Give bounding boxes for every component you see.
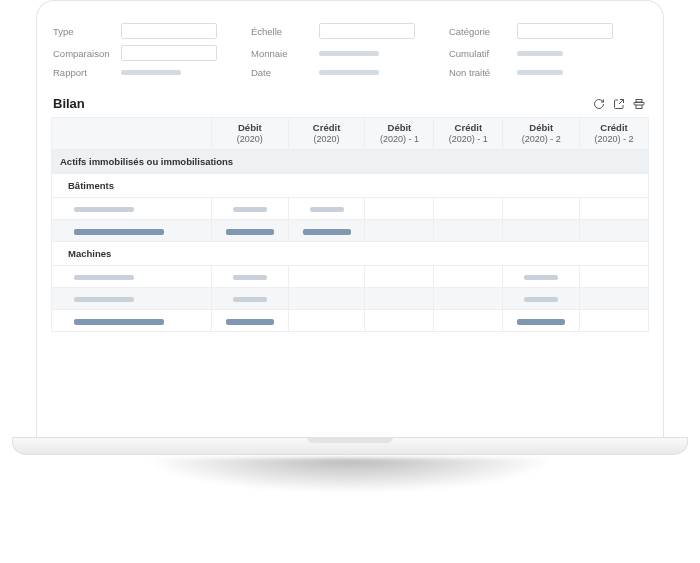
table-row [52,220,649,242]
filter-panel: Type Échelle Catégorie Comparaison [51,19,649,94]
cell-value-placeholder [524,297,558,302]
filter-label-type: Type [53,26,121,37]
filter-value-date [319,70,379,75]
group-row-machines[interactable]: Machines [52,242,649,266]
print-icon[interactable] [633,98,645,110]
svg-rect-0 [636,99,642,102]
filter-input-type[interactable] [121,23,217,39]
export-icon[interactable] [613,98,625,110]
cell-value-placeholder [303,229,351,235]
filter-value-monnaie [319,51,379,56]
cell-value-placeholder [233,275,267,280]
table-row [52,266,649,288]
row-label-placeholder [74,275,134,280]
row-label-placeholder [74,207,134,212]
filter-label-categorie: Catégorie [449,26,517,37]
col-credit-2020-1: Crédit(2020) - 1 [434,118,503,150]
col-credit-2020: Crédit(2020) [288,118,365,150]
filter-value-cumulatif [517,51,563,56]
cell-value-placeholder [226,229,274,235]
filter-label-nontraite: Non traité [449,67,517,78]
laptop-shadow [60,458,640,548]
cell-value-placeholder [517,319,565,325]
col-label [52,118,212,150]
table-row [52,288,649,310]
filter-input-echelle[interactable] [319,23,415,39]
group-row-batiments[interactable]: Bâtiments [52,174,649,198]
filter-label-date: Date [251,67,319,78]
filter-input-categorie[interactable] [517,23,613,39]
table-row [52,198,649,220]
table-row [52,310,649,332]
refresh-icon[interactable] [593,98,605,110]
filter-label-echelle: Échelle [251,26,319,37]
row-label-placeholder [74,229,164,235]
filter-value-nontraite [517,70,563,75]
filter-label-rapport: Rapport [53,67,121,78]
svg-rect-1 [636,105,642,109]
cell-value-placeholder [233,207,267,212]
balance-table: Débit(2020) Crédit(2020) Débit(2020) - 1… [51,117,649,332]
col-debit-2020: Débit(2020) [212,118,289,150]
table-header-row: Débit(2020) Crédit(2020) Débit(2020) - 1… [52,118,649,150]
action-bar [593,98,645,110]
filter-input-comparaison[interactable] [121,45,217,61]
col-debit-2020-1: Débit(2020) - 1 [365,118,434,150]
filter-label-comparaison: Comparaison [53,48,121,59]
col-credit-2020-2: Crédit(2020) - 2 [580,118,649,150]
cell-value-placeholder [226,319,274,325]
row-label-placeholder [74,297,134,302]
page-title: Bilan [53,96,593,111]
cell-value-placeholder [233,297,267,302]
laptop-notch [307,437,393,443]
filter-label-monnaie: Monnaie [251,48,319,59]
filter-value-rapport [121,70,181,75]
col-debit-2020-2: Débit(2020) - 2 [503,118,580,150]
cell-value-placeholder [524,275,558,280]
row-label-placeholder [74,319,164,325]
section-row-actifs: Actifs immobilisés ou immobilisations [52,150,649,174]
filter-label-cumulatif: Cumulatif [449,48,517,59]
app-screen: Type Échelle Catégorie Comparaison [51,19,649,438]
laptop-frame: Type Échelle Catégorie Comparaison [36,0,664,438]
cell-value-placeholder [310,207,344,212]
